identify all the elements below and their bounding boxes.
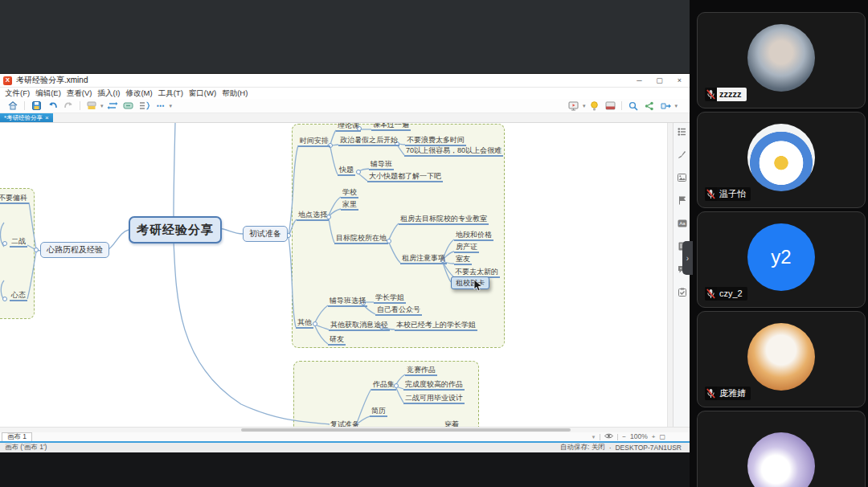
zoom-in-button[interactable]: + xyxy=(652,434,656,440)
mindmap-node[interactable]: 其他 xyxy=(296,318,313,329)
participant-tile[interactable] xyxy=(697,411,866,487)
toolbar-dropdown[interactable]: ▾ xyxy=(170,103,173,109)
save-button[interactable] xyxy=(30,100,43,112)
redo-button[interactable] xyxy=(62,100,75,112)
style-brush-icon[interactable] xyxy=(678,150,686,159)
branch-journey[interactable]: 心路历程及经验 xyxy=(40,242,109,258)
mindmap-node[interactable]: 家里 xyxy=(341,200,358,211)
share-button[interactable] xyxy=(643,100,656,112)
menu-edit[interactable]: 编辑(E) xyxy=(35,88,61,99)
zoom-level: 100% xyxy=(630,433,648,440)
mindmap-node[interactable]: 租房注意事项 xyxy=(400,254,447,264)
participant-tile[interactable]: y2 czy_2 xyxy=(697,211,866,308)
zoom-out-button[interactable]: − xyxy=(622,434,626,440)
mindmap-node[interactable]: 辅导班 xyxy=(369,160,394,170)
mindmap-node[interactable]: 理论课 xyxy=(336,123,361,132)
participant-name: 温子怡 xyxy=(717,187,751,201)
document-tab-close-icon[interactable]: × xyxy=(45,115,49,121)
mindmap-node[interactable]: 研友 xyxy=(328,335,346,346)
mindmap-node[interactable]: 目标院校所在地 xyxy=(334,234,388,244)
document-tab-label: *考研经验分享 xyxy=(4,115,43,121)
mindmap-node[interactable]: 地点选择 xyxy=(297,211,329,221)
export-dropdown[interactable]: ▾ xyxy=(674,103,678,109)
filter-icon[interactable]: ▼ xyxy=(591,435,596,440)
maximize-button[interactable]: ▢ xyxy=(649,74,669,87)
mindmap-node[interactable]: 本校已经考上的学长学姐 xyxy=(395,321,477,331)
mindmap-node[interactable]: 房产证 xyxy=(454,243,479,253)
search-button[interactable] xyxy=(627,100,640,112)
tasks-icon[interactable] xyxy=(678,288,686,297)
structure-panel-icon[interactable] xyxy=(678,128,686,136)
participant-tile[interactable]: zzzzz xyxy=(697,12,866,108)
mindmap-node[interactable]: 简历 xyxy=(370,407,387,417)
menu-file[interactable]: 文件(F) xyxy=(5,88,30,99)
mindmap-node[interactable]: 学校 xyxy=(341,188,358,198)
clipart-icon[interactable] xyxy=(678,174,686,182)
mindmap-node[interactable]: 自己看公众号 xyxy=(375,305,422,316)
sheet-tab[interactable]: 画布 1 xyxy=(2,432,32,441)
panel-view-button[interactable] xyxy=(604,100,616,112)
menu-insert[interactable]: 插入(I) xyxy=(97,88,120,99)
menu-help[interactable]: 帮助(H) xyxy=(222,88,248,99)
mindmap-node[interactable]: 作品集 xyxy=(371,380,396,391)
home-button[interactable] xyxy=(6,100,19,112)
mindmap-node[interactable]: 课本过一遍 xyxy=(371,123,411,131)
mindmap-node[interactable]: 二战可用毕业设计 xyxy=(403,394,465,404)
eye-icon[interactable] xyxy=(604,433,613,440)
export-button[interactable] xyxy=(659,100,672,112)
mindmap-canvas[interactable]: 考研经验分享 心路历程及经验 初试准备 不要偏科 二战 心态 时间安排 理论课 … xyxy=(0,123,667,427)
mindmap-node-clipped[interactable]: 复试准备 xyxy=(329,420,361,427)
minimize-button[interactable]: ─ xyxy=(629,74,649,87)
participant-name: zzzzz xyxy=(717,88,747,101)
outline-button[interactable] xyxy=(138,100,151,112)
change-structure-button[interactable] xyxy=(106,100,119,112)
mindmap-node[interactable]: 完成度较高的作品 xyxy=(403,380,465,391)
horizontal-scrollbar-thumb[interactable] xyxy=(241,428,571,432)
branch-first-exam[interactable]: 初试准备 xyxy=(243,226,288,242)
mindmap-node[interactable]: 大小快题都了解一下吧 xyxy=(367,172,443,182)
participant-tile[interactable]: 庞雅婧 xyxy=(697,311,866,407)
presentation-dropdown[interactable]: ▾ xyxy=(583,103,586,109)
mindmap-node[interactable]: 政治暑假之后开始 xyxy=(338,136,399,146)
mindmap-node[interactable]: 地段和价格 xyxy=(454,231,493,241)
mindmap-node[interactable]: 辅导班选择 xyxy=(328,297,367,307)
mindmap-node[interactable]: 不要偏科 xyxy=(0,194,29,204)
mindmap-node-clipped[interactable]: 穿着 xyxy=(443,420,461,427)
selected-node[interactable]: 租校园卡 xyxy=(451,276,489,289)
mindmap-node[interactable]: 竞赛作品 xyxy=(405,366,437,376)
mindmap-node[interactable]: 其他获取消息途径 xyxy=(329,321,390,331)
mindmap-node[interactable]: 二战 xyxy=(10,237,27,248)
participant-tile[interactable]: 温子怡 xyxy=(697,112,866,208)
mindmap-node[interactable]: 不要浪费太多时间 xyxy=(405,136,466,146)
mindmap-node[interactable]: 心态 xyxy=(10,291,27,301)
undo-button[interactable] xyxy=(46,100,59,112)
fit-screen-button[interactable]: ▢ xyxy=(659,434,665,440)
mindmap-node[interactable]: 时间安排 xyxy=(298,137,330,147)
avatar xyxy=(747,124,815,191)
format-painter-dropdown[interactable]: ▾ xyxy=(100,103,104,109)
menu-modify[interactable]: 修改(M) xyxy=(125,88,152,99)
panel-collapse-handle[interactable]: › xyxy=(682,241,693,275)
xmind-logo-icon: X xyxy=(3,76,12,85)
mindmap-node[interactable]: 70以上很容易，80以上会很难 xyxy=(404,146,503,157)
horizontal-scrollbar[interactable] xyxy=(0,427,690,432)
mindmap-node[interactable]: 学长学姐 xyxy=(374,293,406,304)
share-style-button[interactable] xyxy=(122,100,135,112)
central-topic[interactable]: 考研经验分享 xyxy=(129,216,222,244)
document-tab[interactable]: *考研经验分享 × xyxy=(0,113,53,122)
mindmap-node[interactable]: 室友 xyxy=(454,255,472,265)
menu-tools[interactable]: 工具(T) xyxy=(158,88,183,99)
presentation-button[interactable] xyxy=(567,100,580,112)
close-button[interactable]: × xyxy=(669,74,690,87)
more-tools-button[interactable]: ⋯ xyxy=(154,100,167,112)
idea-bulb-button[interactable] xyxy=(588,100,600,112)
format-painter-button[interactable] xyxy=(85,100,98,112)
mindmap-node[interactable]: 租房去目标院校的专业教室 xyxy=(399,215,489,225)
vertical-scrollbar[interactable] xyxy=(667,123,673,427)
marker-flag-icon[interactable] xyxy=(678,196,686,205)
mindmap-node[interactable]: 快题 xyxy=(338,166,355,176)
label-icon[interactable]: Aa xyxy=(678,219,687,227)
avatar xyxy=(747,24,815,92)
menu-view[interactable]: 查看(V) xyxy=(67,88,92,99)
menu-window[interactable]: 窗口(W) xyxy=(189,88,216,99)
